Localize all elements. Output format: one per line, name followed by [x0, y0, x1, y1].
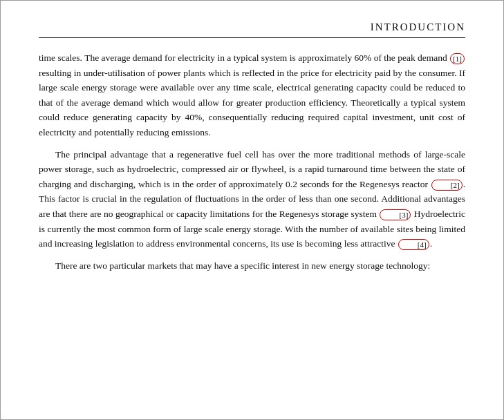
- citation-4: [4]: [398, 239, 429, 250]
- main-content: time scales. The average demand for elec…: [39, 50, 465, 280]
- para2-text-start: The principal advantage that a regenerat…: [39, 149, 465, 189]
- citation-2: [2]: [431, 180, 463, 191]
- paragraph-3: There are two particular markets that ma…: [39, 258, 465, 274]
- section-title: Introduction: [371, 21, 465, 33]
- para1-text-start: time scales. The average demand for elec…: [39, 52, 449, 63]
- citation-3: [3]: [380, 209, 411, 220]
- para2-text-d: .: [430, 238, 432, 249]
- paragraph-2: The principal advantage that a regenerat…: [39, 147, 465, 251]
- paragraph-1: time scales. The average demand for elec…: [39, 50, 465, 140]
- citation-1: [1]: [450, 53, 465, 64]
- page: Introduction time scales. The average de…: [0, 0, 504, 420]
- para1-text-end: resulting in under-utilisation of power …: [39, 68, 465, 137]
- para3-text: There are two particular markets that ma…: [55, 260, 430, 271]
- page-header: Introduction: [39, 21, 465, 38]
